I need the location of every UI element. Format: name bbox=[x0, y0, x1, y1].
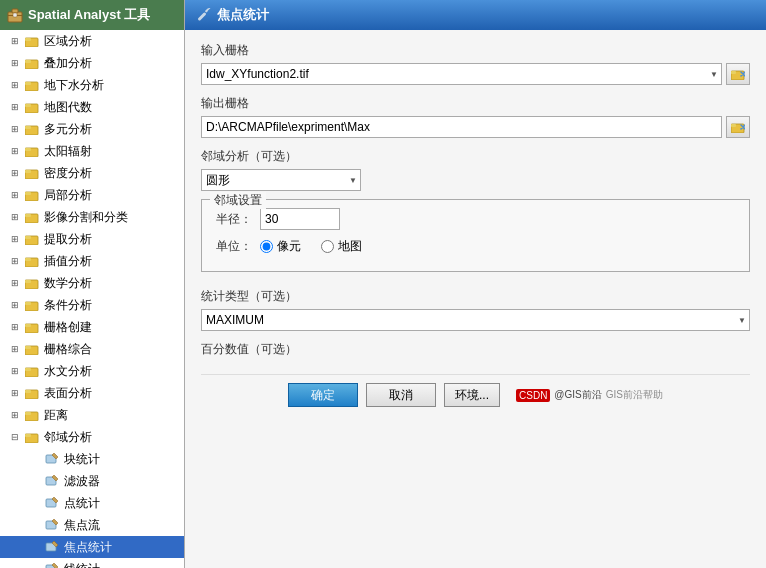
svg-rect-15 bbox=[25, 148, 31, 151]
svg-rect-5 bbox=[25, 38, 31, 41]
sidebar-item-label: 点统计 bbox=[64, 495, 100, 512]
sidebar-item-focal-stats[interactable]: ⊞ 焦点统计 bbox=[0, 536, 184, 558]
expand-icon: ⊞ bbox=[8, 56, 22, 70]
sidebar-item-math[interactable]: ⊞ 数学分析 bbox=[0, 272, 184, 294]
sidebar-item-point-stats[interactable]: ⊞ 点统计 bbox=[0, 492, 184, 514]
sidebar-item-label: 数学分析 bbox=[44, 275, 92, 292]
radius-row: 半径： bbox=[212, 208, 739, 230]
sidebar-item-segmentation[interactable]: ⊞ 影像分割和分类 bbox=[0, 206, 184, 228]
sidebar-item-line-stats[interactable]: ⊞ 线统计 bbox=[0, 558, 184, 568]
radius-input[interactable] bbox=[260, 208, 340, 230]
folder-icon bbox=[24, 165, 40, 181]
sidebar-item-label: 插值分析 bbox=[44, 253, 92, 270]
sidebar-item-block-stats[interactable]: ⊞ 块统计 bbox=[0, 448, 184, 470]
sidebar: Spatial Analyst 工具 ⊞ 区域分析 ⊞ 叠加分析 ⊞ 地下水分析… bbox=[0, 0, 185, 568]
svg-rect-21 bbox=[25, 214, 31, 217]
output-raster-label: 输出栅格 bbox=[201, 95, 750, 112]
sidebar-item-focal-flow[interactable]: ⊞ 焦点流 bbox=[0, 514, 184, 536]
env-button[interactable]: 环境... bbox=[444, 383, 500, 407]
sidebar-item-label: 区域分析 bbox=[44, 33, 92, 50]
folder-icon bbox=[24, 33, 40, 49]
sidebar-item-label: 栅格创建 bbox=[44, 319, 92, 336]
cancel-button[interactable]: 取消 bbox=[366, 383, 436, 407]
unit-map-radio-label[interactable]: 地图 bbox=[321, 238, 362, 255]
sidebar-item-raster-combine[interactable]: ⊞ 栅格综合 bbox=[0, 338, 184, 360]
svg-rect-7 bbox=[25, 60, 31, 63]
sidebar-item-overlay[interactable]: ⊞ 叠加分析 bbox=[0, 52, 184, 74]
sidebar-item-groundwater[interactable]: ⊞ 地下水分析 bbox=[0, 74, 184, 96]
watermark-text: @GIS前沿 bbox=[554, 388, 601, 402]
sidebar-item-label: 太阳辐射 bbox=[44, 143, 92, 160]
sidebar-item-multivariate[interactable]: ⊞ 多元分析 bbox=[0, 118, 184, 140]
sidebar-item-distance[interactable]: ⊞ 距离 bbox=[0, 404, 184, 426]
unit-map-label: 地图 bbox=[338, 238, 362, 255]
sidebar-item-solar[interactable]: ⊞ 太阳辐射 bbox=[0, 140, 184, 162]
stats-type-select[interactable]: MAXIMUM MINIMUM MEAN MEDIAN SUM bbox=[201, 309, 750, 331]
svg-rect-35 bbox=[25, 368, 31, 371]
input-raster-browse-button[interactable] bbox=[726, 63, 750, 85]
unit-pixel-label: 像元 bbox=[277, 238, 301, 255]
dialog-title: 焦点统计 bbox=[217, 6, 269, 24]
svg-rect-19 bbox=[25, 192, 31, 195]
neighborhood-type-select[interactable]: 圆形 矩形 环形 楔形 bbox=[201, 169, 361, 191]
unit-pixel-radio[interactable] bbox=[260, 240, 273, 253]
sidebar-header: Spatial Analyst 工具 bbox=[0, 0, 184, 30]
sidebar-item-raster-create[interactable]: ⊞ 栅格创建 bbox=[0, 316, 184, 338]
output-raster-input[interactable] bbox=[201, 116, 722, 138]
sidebar-item-neighborhood[interactable]: ⊟ 邻域分析 bbox=[0, 426, 184, 448]
svg-rect-17 bbox=[25, 170, 31, 173]
expand-icon: ⊞ bbox=[8, 386, 22, 400]
csdn-badge: CSDN bbox=[516, 389, 550, 402]
expand-icon: ⊞ bbox=[8, 298, 22, 312]
radius-label: 半径： bbox=[212, 211, 252, 228]
folder-icon bbox=[24, 55, 40, 71]
output-raster-browse-button[interactable] bbox=[726, 116, 750, 138]
expand-icon: ⊞ bbox=[8, 364, 22, 378]
tool-icon bbox=[44, 495, 60, 511]
svg-rect-52 bbox=[731, 124, 736, 127]
svg-rect-11 bbox=[25, 104, 31, 107]
neighborhood-label: 邻域分析（可选） bbox=[201, 148, 750, 165]
expand-icon: ⊞ bbox=[8, 210, 22, 224]
toolbox-icon bbox=[6, 6, 24, 24]
sidebar-item-extract[interactable]: ⊞ 提取分析 bbox=[0, 228, 184, 250]
sidebar-item-label: 滤波器 bbox=[64, 473, 100, 490]
unit-label: 单位： bbox=[212, 238, 252, 255]
sidebar-item-surface[interactable]: ⊞ 表面分析 bbox=[0, 382, 184, 404]
expand-icon: ⊞ bbox=[8, 188, 22, 202]
folder-icon bbox=[24, 407, 40, 423]
sidebar-item-density[interactable]: ⊞ 密度分析 bbox=[0, 162, 184, 184]
sidebar-item-hydrology[interactable]: ⊞ 水文分析 bbox=[0, 360, 184, 382]
sidebar-item-mapcode[interactable]: ⊞ 地图代数 bbox=[0, 96, 184, 118]
group-box-title: 邻域设置 bbox=[210, 192, 266, 209]
stats-type-label: 统计类型（可选） bbox=[201, 288, 750, 305]
expand-icon: ⊞ bbox=[8, 100, 22, 114]
unit-map-radio[interactable] bbox=[321, 240, 334, 253]
folder-icon bbox=[24, 253, 40, 269]
dialog-wrench-icon bbox=[195, 7, 211, 23]
input-raster-select[interactable]: Idw_XYfunction2.tif bbox=[201, 63, 722, 85]
sidebar-item-region[interactable]: ⊞ 区域分析 bbox=[0, 30, 184, 52]
unit-row: 单位： 像元 地图 bbox=[212, 238, 739, 255]
confirm-button[interactable]: 确定 bbox=[288, 383, 358, 407]
sidebar-item-local[interactable]: ⊞ 局部分析 bbox=[0, 184, 184, 206]
sidebar-item-filter[interactable]: ⊞ 滤波器 bbox=[0, 470, 184, 492]
sidebar-item-label: 条件分析 bbox=[44, 297, 92, 314]
sidebar-item-conditional[interactable]: ⊞ 条件分析 bbox=[0, 294, 184, 316]
sidebar-item-label: 提取分析 bbox=[44, 231, 92, 248]
svg-rect-13 bbox=[25, 126, 31, 129]
watermark-area: CSDN @GIS前沿 GIS前沿帮助 bbox=[516, 383, 663, 407]
folder-icon bbox=[24, 209, 40, 225]
expand-icon: ⊞ bbox=[8, 320, 22, 334]
sidebar-item-label: 局部分析 bbox=[44, 187, 92, 204]
sidebar-item-label: 邻域分析 bbox=[44, 429, 92, 446]
neighborhood-settings-group: 邻域设置 半径： 单位： 像元 地图 bbox=[201, 199, 750, 272]
sidebar-item-interpolation[interactable]: ⊞ 插值分析 bbox=[0, 250, 184, 272]
sidebar-item-label: 距离 bbox=[44, 407, 68, 424]
unit-pixel-radio-label[interactable]: 像元 bbox=[260, 238, 301, 255]
svg-rect-23 bbox=[25, 236, 31, 239]
expand-icon: ⊞ bbox=[8, 232, 22, 246]
neighborhood-type-row: 圆形 矩形 环形 楔形 bbox=[201, 169, 750, 191]
sidebar-item-label: 叠加分析 bbox=[44, 55, 92, 72]
folder-icon bbox=[24, 275, 40, 291]
